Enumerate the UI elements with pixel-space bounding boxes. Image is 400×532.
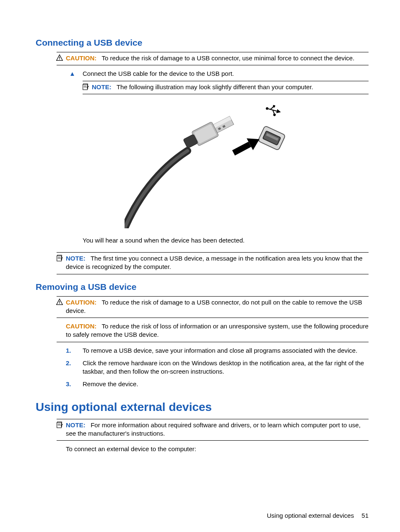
caution-box-2: CAUTION: To reduce the risk of damage to… <box>57 296 369 318</box>
list-item: 2. Click the remove hardware icon on the… <box>57 357 369 379</box>
heading-removing-usb: Removing a USB device <box>36 282 369 292</box>
note-icon <box>82 83 89 90</box>
step-text: Connect the USB cable for the device to … <box>83 70 369 78</box>
svg-rect-27 <box>59 301 60 303</box>
note-icon <box>56 254 63 262</box>
step-text: To remove a USB device, save your inform… <box>83 346 369 355</box>
caution-text: To reduce the risk of damage to a USB co… <box>66 299 362 314</box>
note-box-2: NOTE: The first time you connect a USB d… <box>57 252 369 274</box>
list-item: 1. To remove a USB device, save your inf… <box>57 345 369 357</box>
svg-line-6 <box>267 108 277 111</box>
caution-label: CAUTION: <box>66 299 96 306</box>
note-text: The following illustration may look slig… <box>117 83 313 90</box>
single-step: ▲ Connect the USB cable for the device t… <box>57 68 369 80</box>
usb-illustration <box>57 103 369 230</box>
note-label: NOTE: <box>92 83 112 90</box>
note-text: For more information about required soft… <box>66 421 361 437</box>
note-icon <box>56 421 63 429</box>
svg-marker-7 <box>276 109 281 114</box>
intro-text: To connect an external device to the com… <box>66 445 369 453</box>
svg-rect-15 <box>232 142 251 155</box>
step-number: 2. <box>66 359 71 367</box>
note-text: The first time you connect a USB device,… <box>66 255 363 270</box>
heading-connecting-usb: Connecting a USB device <box>36 38 369 48</box>
step-text: Click the remove hardware icon on the Wi… <box>83 359 369 376</box>
caution-label: CAUTION: <box>66 54 96 62</box>
svg-point-11 <box>273 113 276 116</box>
caution-box-3: CAUTION: To reduce the risk of loss of i… <box>57 320 369 342</box>
caution-text: To reduce the risk of loss of informatio… <box>66 323 369 338</box>
svg-rect-1 <box>59 59 60 59</box>
caution-text: To reduce the risk of damage to a USB co… <box>102 54 355 62</box>
after-image-text: You will hear a sound when the device ha… <box>83 236 369 245</box>
page-footer: Using optional external devices 51 <box>36 512 369 519</box>
note-box-3: NOTE: For more information about require… <box>57 419 369 441</box>
caution-icon <box>56 54 63 62</box>
list-item: 3. Remove the device. <box>57 378 369 391</box>
note-label: NOTE: <box>66 255 86 262</box>
note-box: NOTE: The following illustration may loo… <box>83 81 369 94</box>
step-number: 3. <box>66 380 71 388</box>
footer-section-name: Using optional external devices <box>267 512 354 519</box>
step-number: 1. <box>66 346 71 355</box>
note-label: NOTE: <box>66 421 86 429</box>
caution-label: CAUTION: <box>66 323 96 330</box>
svg-rect-0 <box>59 57 60 59</box>
page-number: 51 <box>361 512 369 519</box>
svg-rect-28 <box>59 303 60 303</box>
caution-box: CAUTION: To reduce the risk of damage to… <box>57 52 369 65</box>
step-text: Remove the device. <box>83 380 369 388</box>
heading-external-devices: Using optional external devices <box>36 400 369 414</box>
triangle-bullet-icon: ▲ <box>69 70 75 78</box>
caution-icon <box>56 298 63 306</box>
